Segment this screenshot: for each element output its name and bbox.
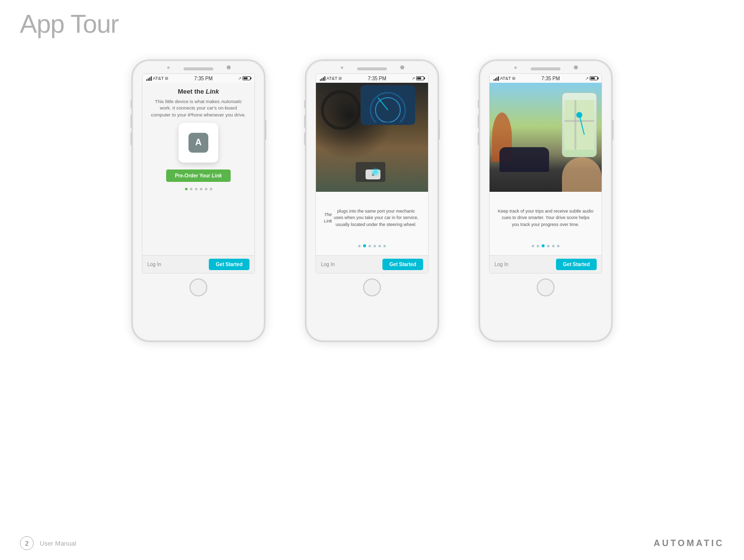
vol-down-1	[130, 132, 132, 145]
screen1-body: This little device is what makes Automat…	[150, 98, 247, 118]
phones-container: AT&T ⊜ 7:35 PM ↗ Meet the Link This litt…	[0, 59, 744, 342]
footer-label: User Manual	[40, 540, 76, 547]
dot-2-4	[373, 245, 376, 247]
login-button-3[interactable]: Log In	[495, 262, 508, 267]
carrier-1: AT&T	[153, 76, 164, 81]
phone-3: AT&T ⊜ 7:35 PM ↗	[479, 59, 613, 342]
link-device-image: A	[179, 123, 218, 163]
time-2: 7:35 PM	[368, 76, 386, 81]
home-button-1[interactable]	[189, 279, 207, 296]
page-title: App Tour	[20, 9, 119, 39]
status-left-3: AT&T ⊜	[494, 76, 516, 81]
login-button-2[interactable]: Log In	[321, 262, 335, 267]
wifi-icon-1: ⊜	[165, 76, 169, 81]
preorder-button[interactable]: Pre-Order Your Link	[166, 169, 231, 182]
title-italic-1: Link	[206, 88, 219, 95]
screen3-text: Keep track of your trips and receive sub…	[490, 192, 602, 244]
dot-2-3	[369, 245, 371, 247]
status-right-2: ↗	[412, 76, 424, 81]
phone-1: AT&T ⊜ 7:35 PM ↗ Meet the Link This litt…	[131, 59, 265, 342]
pagination-3	[532, 244, 559, 247]
location-icon-2: ↗	[412, 76, 415, 81]
battery-fill-1	[244, 77, 248, 79]
screen-3: AT&T ⊜ 7:35 PM ↗	[489, 73, 602, 274]
camera-icon-2	[400, 65, 404, 69]
screen-1: AT&T ⊜ 7:35 PM ↗ Meet the Link This litt…	[142, 73, 255, 274]
dot-3-3	[542, 244, 545, 247]
link-logo: A	[188, 133, 208, 153]
dot-3-4	[547, 245, 550, 247]
screen1-title: Meet the Link	[178, 88, 219, 95]
status-left-1: AT&T ⊜	[146, 76, 169, 81]
svg-rect-3	[564, 100, 594, 150]
front-sensor-2	[341, 66, 343, 69]
dot-2-6	[383, 245, 386, 247]
dot-3-5	[552, 245, 555, 247]
svg-rect-5	[564, 120, 594, 122]
screen3-body: Keep track of your trips and receive sub…	[497, 208, 594, 228]
camera-icon-3	[574, 65, 578, 69]
time-1: 7:35 PM	[194, 76, 213, 81]
mute-switch-2	[304, 100, 306, 108]
dot-1-4	[200, 188, 202, 190]
power-button-1	[264, 120, 266, 140]
time-3: 7:35 PM	[542, 76, 560, 81]
dot-2-5	[378, 245, 381, 247]
map-icon	[564, 100, 594, 150]
status-left-2: AT&T ⊜	[320, 76, 342, 81]
dot-3-6	[557, 245, 559, 247]
teal-glow	[371, 167, 380, 177]
vol-down-2	[304, 132, 306, 145]
signal-icon-3	[494, 76, 499, 81]
bottom-bar-2: Log In Get Started	[316, 255, 428, 273]
battery-icon-2	[416, 76, 424, 80]
getstarted-button-1[interactable]: Get Started	[209, 259, 249, 270]
camera-icon-1	[227, 65, 231, 69]
wifi-icon-2: ⊜	[338, 76, 342, 81]
speaker-3	[531, 67, 560, 70]
steering-wheel	[321, 90, 361, 130]
login-button-1[interactable]: Log In	[147, 262, 161, 267]
title-prefix-1: Meet the	[178, 88, 205, 95]
power-button-2	[438, 120, 440, 140]
status-right-3: ↗	[585, 76, 598, 81]
dot-1-3	[195, 188, 197, 190]
battery-icon-1	[243, 76, 250, 80]
vol-down-3	[478, 132, 480, 145]
signal-icon-1	[146, 76, 152, 81]
carrier-2: AT&T	[326, 76, 337, 81]
svg-line-2	[378, 98, 388, 110]
front-sensor-3	[514, 66, 517, 69]
vol-up-2	[304, 115, 306, 128]
dot-1-1	[185, 188, 187, 190]
hand-phone	[562, 93, 597, 157]
screen1-content: Meet the Link This little device is what…	[142, 83, 254, 255]
home-button-3[interactable]	[537, 279, 555, 296]
screen2-text: The Link plugs into the same port your m…	[316, 192, 428, 244]
hand-shape	[562, 157, 602, 192]
dot-1-2	[190, 188, 192, 190]
mute-switch-1	[130, 100, 132, 108]
mute-switch-3	[478, 100, 480, 108]
battery-fill-3	[591, 77, 595, 79]
pagination-2	[358, 244, 386, 247]
status-bar-1: AT&T ⊜ 7:35 PM ↗	[142, 74, 254, 83]
location-icon-3: ↗	[585, 76, 589, 81]
dot-1-5	[205, 188, 207, 190]
dot-3-1	[532, 245, 534, 247]
power-button-3	[612, 120, 614, 140]
home-button-2[interactable]	[363, 279, 381, 296]
brand-name: AUTOMATIC	[654, 538, 724, 549]
getstarted-button-2[interactable]: Get Started	[382, 259, 423, 270]
battery-icon-3	[590, 76, 598, 80]
front-sensor-1	[167, 66, 170, 69]
screen3-image	[490, 83, 602, 192]
getstarted-button-3[interactable]: Get Started	[556, 259, 597, 270]
page-number: 2	[20, 536, 34, 550]
wifi-icon-3: ⊜	[512, 76, 516, 81]
vol-up-3	[478, 115, 480, 128]
car-image	[499, 147, 549, 172]
dot-1-6	[210, 188, 212, 190]
status-bar-3: AT&T ⊜ 7:35 PM ↗	[490, 74, 602, 83]
dashboard-screen	[361, 85, 415, 125]
